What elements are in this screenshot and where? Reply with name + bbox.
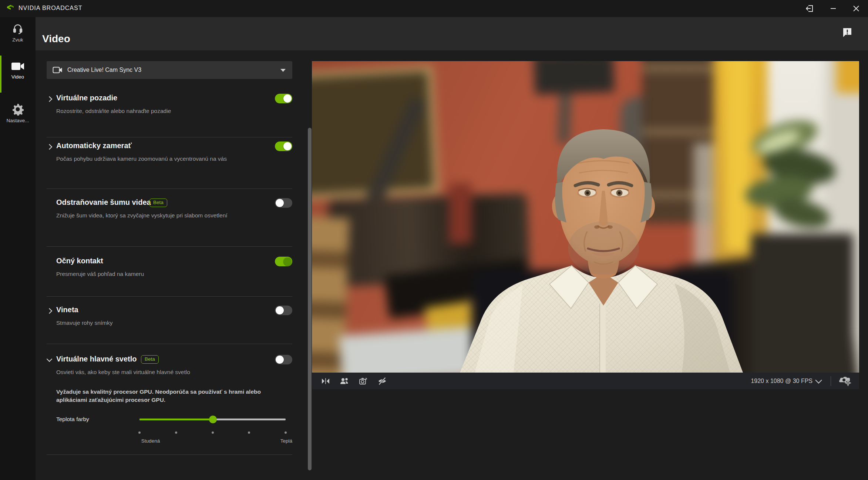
setting-row-virtualne-hlavne-svetlo: Virtuálne hlavné svetlo Beta Osvieti vás…: [47, 355, 292, 366]
slider-track-fill: [139, 419, 213, 420]
toggle-ocny-kontakt[interactable]: [275, 257, 292, 266]
slider-tick: [138, 431, 141, 434]
page-header: Video: [36, 17, 868, 50]
setting-subtitle: Presmeruje váš pohľad na kameru: [56, 270, 144, 278]
setting-row-vineta: Vineta Stmavuje rohy snímky: [47, 306, 292, 317]
sidebar-item-label: Zvuk: [0, 37, 36, 43]
slider-max-label: Teplá: [280, 438, 292, 444]
toggle-automaticky-zamerat[interactable]: [275, 141, 292, 151]
slider-min-label: Studená: [141, 438, 160, 444]
slider-label: Teplota farby: [56, 416, 89, 423]
toggle-vineta[interactable]: [275, 306, 292, 315]
sidebar-item-zvuk[interactable]: Zvuk: [0, 22, 36, 43]
flip-horizontal-icon[interactable]: [321, 376, 330, 386]
slider-tick: [285, 431, 287, 434]
headset-icon: [11, 22, 24, 35]
minimize-to-tray-button[interactable]: [799, 0, 820, 17]
color-temperature-slider-block: Teplota farby Studená Teplá: [56, 415, 286, 449]
slider-tick: [248, 431, 250, 434]
divider: [47, 344, 292, 344]
setting-title: Virtuálne hlavné svetlo: [56, 355, 137, 363]
setting-subtitle: Osvieti vás, ako keby ste mali virtuálne…: [56, 368, 190, 376]
close-button[interactable]: [846, 0, 867, 17]
sidebar: Zvuk Video Nastave...: [0, 17, 36, 480]
titlebar: NVIDIA BROADCAST: [0, 0, 868, 17]
preview-toolbar: 1920 x 1080 @ 30 FPS: [312, 373, 859, 389]
sidebar-item-label: Nastave...: [0, 118, 36, 123]
setting-row-ocny-kontakt: Očný kontakt Presmeruje váš pohľad na ka…: [47, 257, 292, 268]
setting-subtitle: Počas pohybu udržiava kameru zoomovanú a…: [56, 155, 227, 163]
video-preview: 1920 x 1080 @ 30 FPS: [312, 61, 859, 389]
chevron-down-icon[interactable]: [815, 377, 822, 383]
toggle-virtualne-pozadie[interactable]: [275, 94, 292, 103]
camera-icon: [53, 66, 63, 74]
setting-title: Virtuálne pozadie: [56, 94, 117, 102]
setting-subtitle: Znižuje šum videa, ktorý sa zvyčajne vys…: [56, 211, 228, 220]
gear-icon: [11, 103, 24, 116]
video-camera-icon: [11, 61, 25, 72]
slider-knob[interactable]: [209, 416, 217, 423]
person: [312, 61, 859, 373]
divider: [47, 189, 292, 189]
setting-subtitle: Rozostrite, odstráňte alebo nahraďte poz…: [56, 107, 171, 115]
beta-badge: Beta: [149, 199, 167, 207]
minimize-button[interactable]: [823, 0, 844, 17]
chevron-down-icon[interactable]: [47, 356, 53, 362]
setting-title: Vineta: [56, 306, 78, 314]
setting-row-virtualne-pozadie: Virtuálne pozadie Rozostrite, odstráňte …: [47, 94, 292, 105]
toggle-virtualne-hlavne-svetlo[interactable]: [275, 355, 292, 364]
slider-tick: [175, 431, 177, 434]
gpu-warning-text: Vyžaduje sa kvalitný procesor GPU. Neodp…: [56, 388, 269, 404]
beta-badge: Beta: [141, 355, 159, 364]
scrollbar-thumb[interactable]: [308, 128, 312, 470]
sidebar-item-nastavenia[interactable]: Nastave...: [0, 103, 36, 123]
sidebar-item-video[interactable]: Video: [0, 61, 36, 80]
color-temperature-slider[interactable]: Studená Teplá: [139, 415, 286, 430]
people-icon[interactable]: [340, 376, 349, 386]
divider: [47, 454, 292, 455]
divider: [47, 296, 292, 297]
setting-subtitle: Stmavuje rohy snímky: [56, 319, 112, 327]
slider-ticks: [139, 431, 286, 434]
divider: [47, 246, 292, 247]
settings-panel: Creative Live! Cam Sync V3 Virtuálne poz…: [47, 50, 292, 459]
setting-row-odstranovanie-sumu: Odstraňovanie šumu videa Beta Znižuje šu…: [47, 198, 292, 209]
eye-off-icon[interactable]: [377, 376, 387, 386]
feedback-bubble-icon[interactable]: [841, 26, 853, 38]
setting-title: Odstraňovanie šumu videa: [56, 198, 151, 207]
page-title: Video: [42, 33, 70, 45]
setting-title: Automaticky zamerať: [56, 141, 132, 150]
webcam-feed: [312, 61, 859, 373]
nvidia-broadcast-window: NVIDIA BROADCAST Zvuk: [0, 0, 868, 480]
slider-tick: [212, 431, 214, 434]
divider: [47, 137, 292, 137]
chevron-right-icon[interactable]: [47, 144, 53, 150]
app-title: NVIDIA BROADCAST: [18, 5, 82, 11]
sidebar-item-label: Video: [0, 74, 36, 80]
setting-row-automaticky-zamerat: Automaticky zamerať Počas pohybu udržiav…: [47, 141, 292, 153]
chevron-right-icon[interactable]: [47, 308, 53, 314]
setting-title: Očný kontakt: [56, 257, 103, 265]
camera-select-value: Creative Live! Cam Sync V3: [67, 67, 141, 73]
toggle-odstranovanie-sumu[interactable]: [275, 198, 292, 208]
chevron-down-icon: [280, 69, 286, 72]
snapshot-camera-icon[interactable]: [359, 376, 368, 386]
toolbar-divider: [831, 376, 831, 386]
nvidia-logo-icon: [6, 4, 15, 13]
content-area: Video Creative Live! Cam Sync V3: [36, 17, 868, 480]
chevron-right-icon[interactable]: [47, 96, 53, 102]
camera-select[interactable]: Creative Live! Cam Sync V3: [47, 61, 292, 79]
camera-settings-icon[interactable]: [839, 376, 852, 386]
resolution-status: 1920 x 1080 @ 30 FPS: [751, 378, 813, 384]
